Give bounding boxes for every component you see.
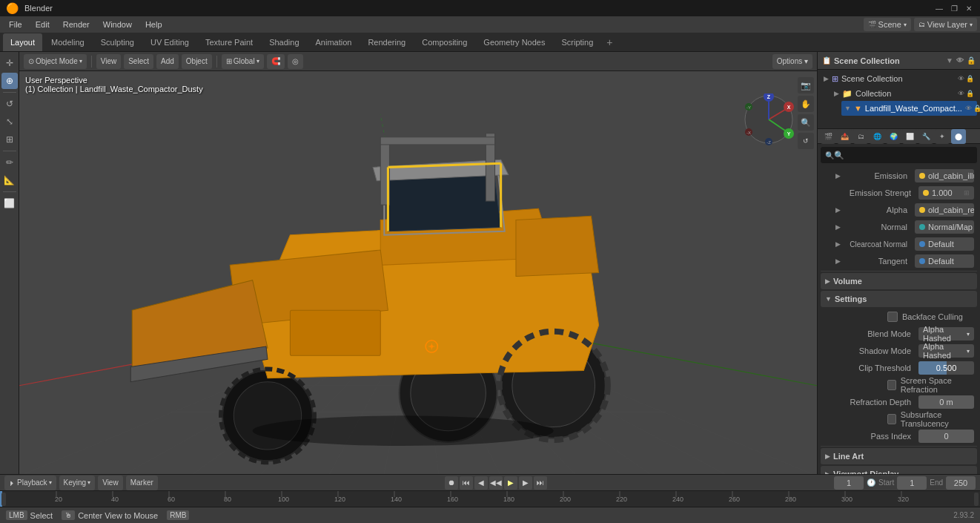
outliner-eye-icon[interactable]: 👁 [956, 56, 964, 65]
outliner-item-landfill[interactable]: ▼ ▼ Landfill_Waste_Compact... 👁 🔒 [841, 101, 977, 116]
tab-texture-paint[interactable]: Texture Paint [198, 33, 260, 51]
titlebar-controls[interactable]: — ❐ ✕ [934, 3, 974, 13]
object-properties-tab[interactable]: ⬜ [902, 129, 917, 144]
alpha-collapse-icon[interactable]: ▶ [835, 206, 841, 214]
end-frame-input[interactable]: 250 [946, 476, 976, 490]
settings-section-header[interactable]: ▼ Settings [821, 291, 977, 307]
scene-properties-tab[interactable]: 🌐 [870, 129, 884, 144]
particles-properties-tab[interactable]: ✦ [935, 129, 950, 144]
jump-end-button[interactable]: ⏭ [534, 476, 547, 490]
tab-compositing[interactable]: Compositing [414, 33, 474, 51]
rotate-view-icon[interactable]: ↺ [798, 133, 814, 149]
clip-threshold-bar[interactable]: 0.500 [918, 361, 974, 375]
view-layer-properties-tab[interactable]: 🗂 [853, 129, 868, 144]
minimize-button[interactable]: — [934, 3, 944, 13]
blend-mode-dropdown[interactable]: Alpha Hashed ▾ [918, 327, 974, 341]
material-properties-tab[interactable]: ⬤ [951, 129, 966, 144]
transform-dropdown[interactable]: ⊞ Global ▾ [222, 54, 264, 69]
transform-tool-icon[interactable]: ⊞ [1, 131, 18, 148]
emission-strength-value[interactable]: 1.000 ⊞ [918, 186, 974, 200]
select-menu-button[interactable]: Select [124, 54, 153, 69]
tab-geometry-nodes[interactable]: Geometry Nodes [476, 33, 552, 51]
jump-start-button[interactable]: ⏮ [460, 476, 473, 490]
alpha-value[interactable]: old_cabin_refract_in... [915, 203, 974, 217]
collection-eye-icon[interactable]: 👁 [958, 90, 964, 97]
tab-sculpting[interactable]: Sculpting [93, 33, 142, 51]
timeline-bar[interactable]: 0 20 40 60 80 100 120 140 160 180 200 22… [0, 490, 980, 507]
clearcoat-collapse-icon[interactable]: ▶ [835, 240, 841, 248]
hand-tool-icon[interactable]: ✋ [798, 96, 814, 112]
properties-search-input[interactable] [834, 151, 973, 159]
annotate-tool-icon[interactable]: ✏ [1, 154, 18, 171]
timeline-view-button[interactable]: View [98, 476, 123, 490]
start-frame-input[interactable]: 1 [897, 476, 927, 490]
cursor-tool-icon[interactable]: ✛ [1, 55, 18, 71]
zoom-icon[interactable]: 🔍 [798, 114, 814, 131]
add-cube-icon[interactable]: ⬜ [1, 195, 18, 211]
step-forward-button[interactable]: ▶ [519, 476, 532, 490]
tab-animation[interactable]: Animation [308, 33, 360, 51]
playback-mode-button[interactable]: ⏵ Playback ▾ [4, 476, 56, 490]
menu-help[interactable]: Help [139, 19, 168, 30]
menu-edit[interactable]: Edit [30, 19, 56, 30]
tab-layout[interactable]: Layout [3, 33, 42, 51]
viewport-display-section-header[interactable]: ▶ Viewport Display [821, 466, 977, 474]
scene-collection-lock-icon[interactable]: 🔒 [966, 75, 974, 82]
maximize-button[interactable]: ❐ [949, 3, 959, 13]
navigation-gizmo[interactable]: X Y Z -X -Y -Z [743, 93, 795, 145]
normal-value[interactable]: Normal/Map [915, 220, 974, 234]
screen-space-refraction-checkbox[interactable] [887, 380, 896, 390]
viewport-canvas[interactable]: User Perspective (1) Collection | Landfi… [19, 71, 817, 474]
landfill-lock-icon[interactable]: 🔒 [973, 105, 980, 112]
object-mode-dropdown[interactable]: ⊙ Object Mode ▾ [24, 54, 87, 69]
tangent-collapse-icon[interactable]: ▶ [835, 257, 841, 265]
tab-shading[interactable]: Shading [262, 33, 306, 51]
view-menu-button[interactable]: View [96, 54, 122, 69]
tab-scripting[interactable]: Scripting [554, 33, 600, 51]
add-menu-button[interactable]: Add [156, 54, 179, 69]
add-workspace-tab-button[interactable]: + [602, 35, 617, 50]
snap-button[interactable]: 🧲 [267, 54, 285, 69]
tab-uv-editing[interactable]: UV Editing [143, 33, 196, 51]
menu-file[interactable]: File [3, 19, 28, 30]
normal-collapse-icon[interactable]: ▶ [835, 223, 841, 231]
outliner-item-collection[interactable]: ▶ 📁 Collection 👁 🔒 [831, 86, 977, 101]
scene-collection-eye-icon[interactable]: 👁 [958, 75, 964, 82]
output-properties-tab[interactable]: 📤 [837, 129, 852, 144]
current-frame-input[interactable]: 1 [834, 476, 864, 490]
tangent-value[interactable]: Default [915, 254, 974, 268]
viewlayer-selector[interactable]: 🗂 View Layer ▾ [914, 18, 977, 31]
properties-search-box[interactable]: 🔍 [821, 147, 977, 163]
scale-tool-icon[interactable]: ⤡ [1, 114, 18, 130]
marker-button[interactable]: Marker [126, 476, 158, 490]
tab-rendering[interactable]: Rendering [360, 33, 413, 51]
world-properties-tab[interactable]: 🌍 [886, 129, 901, 144]
outliner-item-scene-collection[interactable]: ▶ ⊞ Scene Collection 👁 🔒 [821, 71, 977, 86]
tab-modeling[interactable]: Modeling [44, 33, 92, 51]
step-back-button[interactable]: ◀ [474, 476, 488, 490]
emission-value[interactable]: old_cabin_illuminati... [915, 169, 974, 182]
outliner-lock-icon[interactable]: 🔒 [967, 56, 976, 65]
proportional-edit-button[interactable]: ◎ [288, 54, 303, 69]
line-art-section-header[interactable]: ▶ Line Art [821, 448, 977, 464]
shadow-mode-dropdown[interactable]: Alpha Hashed ▾ [918, 344, 974, 358]
play-reverse-button[interactable]: ◀◀ [489, 476, 503, 490]
rotate-tool-icon[interactable]: ↺ [1, 96, 18, 112]
refraction-depth-value[interactable]: 0 m [918, 395, 974, 409]
close-button[interactable]: ✕ [964, 3, 974, 13]
keying-button[interactable]: Keying ▾ [59, 476, 96, 490]
menu-render[interactable]: Render [57, 19, 96, 30]
camera-view-icon[interactable]: 📷 [798, 77, 814, 93]
backface-culling-checkbox[interactable] [887, 312, 898, 322]
menu-window[interactable]: Window [97, 19, 138, 30]
volume-section-header[interactable]: ▶ Volume [821, 273, 977, 289]
record-button[interactable]: ⏺ [445, 476, 458, 490]
scene-selector[interactable]: 🎬 Scene ▾ [864, 18, 911, 31]
play-button[interactable]: ▶ [504, 476, 517, 490]
measure-tool-icon[interactable]: 📐 [1, 172, 18, 188]
options-button[interactable]: Options ▾ [772, 54, 812, 69]
collection-lock-icon[interactable]: 🔒 [966, 90, 974, 97]
modifier-properties-tab[interactable]: 🔧 [918, 129, 933, 144]
outliner-filter-icon[interactable]: ▼ [946, 56, 953, 65]
object-menu-button[interactable]: Object [182, 54, 212, 69]
